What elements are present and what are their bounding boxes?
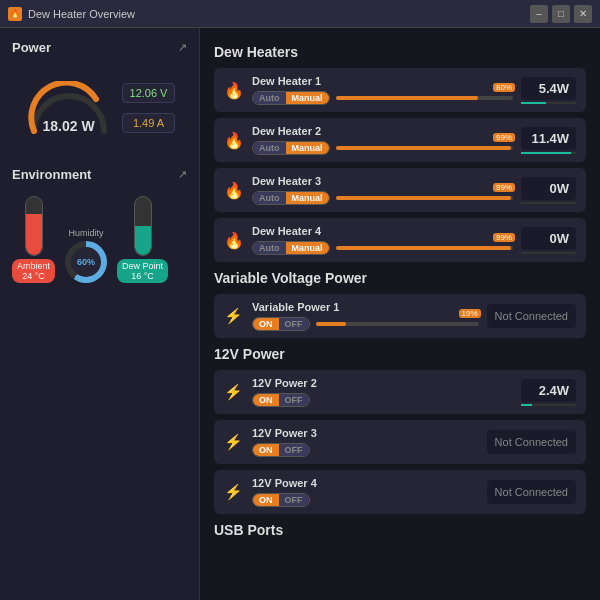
bolt-icon-12v2: ⚡: [224, 383, 244, 401]
dewpoint-fill: [135, 226, 151, 255]
bolt-icon-12v4: ⚡: [224, 483, 244, 501]
heater-name-3: Dew Heater 3: [252, 175, 513, 187]
dewpoint-tube: [134, 196, 152, 256]
heater-name-1: Dew Heater 1: [252, 75, 513, 87]
humidity-wrap: Humidity 60%: [65, 228, 107, 283]
heater-info-4: Dew Heater 4 Auto Manual 99%: [252, 225, 513, 255]
power-value-4: 0W: [521, 227, 576, 250]
flame-icon-2: 🔥: [224, 131, 244, 150]
12v-toggle-group-2: ON OFF: [252, 393, 310, 407]
auto-btn-3[interactable]: Auto: [253, 192, 286, 204]
minimize-button[interactable]: –: [530, 5, 548, 23]
slider-pct-2: 99%: [493, 133, 515, 142]
off-btn-12v3[interactable]: OFF: [279, 444, 309, 456]
env-title: Environment: [12, 167, 91, 182]
12v-power-name-4: 12V Power 4: [252, 477, 479, 489]
variable-voltage-title: Variable Voltage Power: [214, 270, 586, 286]
slider-track-1: [336, 96, 513, 100]
12v-power-name-3: 12V Power 3: [252, 427, 479, 439]
power-display-1: 5.4W: [521, 77, 576, 104]
flame-icon-4: 🔥: [224, 231, 244, 250]
12v-power-controls-4: ON OFF: [252, 493, 479, 507]
12v-power-bar-fill-2: [521, 404, 532, 406]
power-display-4: 0W: [521, 227, 576, 254]
dew-heaters-title: Dew Heaters: [214, 44, 586, 60]
heater-info-2: Dew Heater 2 Auto Manual 99%: [252, 125, 513, 155]
heater-name-2: Dew Heater 2: [252, 125, 513, 137]
humidity-label: Humidity: [69, 228, 104, 238]
gauge-arc: 18.02 W: [24, 81, 114, 136]
auto-btn-2[interactable]: Auto: [253, 142, 286, 154]
ambient-tube: [25, 196, 43, 256]
left-panel: Power ↗ 18.02 W 12.06 V 1.49 A: [0, 28, 200, 600]
12v-toggle-group-3: ON OFF: [252, 443, 310, 457]
toggle-group-1: Auto Manual: [252, 91, 330, 105]
12v-power-display-2: 2.4W: [521, 379, 576, 406]
slider-track-4: [336, 246, 513, 250]
titlebar-left: 🔥 Dew Heater Overview: [8, 7, 135, 21]
auto-btn-1[interactable]: Auto: [253, 92, 286, 104]
12v-power-controls-2: ON OFF: [252, 393, 513, 407]
off-btn-12v4[interactable]: OFF: [279, 494, 309, 506]
auto-btn-4[interactable]: Auto: [253, 242, 286, 254]
slider-fill-1: [336, 96, 478, 100]
power-value-2: 11.4W: [521, 127, 576, 150]
app-icon: 🔥: [8, 7, 22, 21]
on-btn-12v3[interactable]: ON: [253, 444, 279, 456]
var-slider-track-1: [316, 322, 479, 326]
12v-power-row-3: ⚡ 12V Power 3 ON OFF Not Connected: [214, 420, 586, 464]
power-bar-4: [521, 252, 576, 254]
power-display-2: 11.4W: [521, 127, 576, 154]
heater-controls-1: Auto Manual 80%: [252, 91, 513, 105]
heater-row-2: 🔥 Dew Heater 2 Auto Manual 99%: [214, 118, 586, 162]
heater-row-4: 🔥 Dew Heater 4 Auto Manual 99%: [214, 218, 586, 262]
off-btn-var1[interactable]: OFF: [279, 318, 309, 330]
power-bar-fill-2: [521, 152, 571, 154]
var-slider-fill-1: [316, 322, 347, 326]
ambient-fill: [26, 214, 42, 255]
12v-power-name-2: 12V Power 2: [252, 377, 513, 389]
flame-icon-3: 🔥: [224, 181, 244, 200]
toggle-group-2: Auto Manual: [252, 141, 330, 155]
manual-btn-1[interactable]: Manual: [286, 92, 329, 104]
12v-power-row-2: ⚡ 12V Power 2 ON OFF 2.4W: [214, 370, 586, 414]
var-slider-1[interactable]: 19%: [316, 317, 479, 331]
voltage-badge: 12.06 V: [122, 83, 176, 103]
power-value-1: 5.4W: [521, 77, 576, 100]
manual-btn-3[interactable]: Manual: [286, 192, 329, 204]
12v-power-value-2: 2.4W: [521, 379, 576, 402]
heater-controls-3: Auto Manual 99%: [252, 191, 513, 205]
slider-2[interactable]: 99%: [336, 141, 513, 155]
slider-1[interactable]: 80%: [336, 91, 513, 105]
humidity-circle: 60%: [65, 241, 107, 283]
slider-3[interactable]: 99%: [336, 191, 513, 205]
maximize-button[interactable]: □: [552, 5, 570, 23]
on-btn-var1[interactable]: ON: [253, 318, 279, 330]
bolt-icon-12v3: ⚡: [224, 433, 244, 451]
power-bar-2: [521, 152, 576, 154]
flame-icon-1: 🔥: [224, 81, 244, 100]
main-layout: Power ↗ 18.02 W 12.06 V 1.49 A: [0, 28, 600, 600]
power-value: 18.02 W: [42, 118, 94, 134]
humidity-value: 60%: [71, 247, 101, 277]
heater-info-3: Dew Heater 3 Auto Manual 99%: [252, 175, 513, 205]
titlebar-controls: – □ ✕: [530, 5, 592, 23]
on-btn-12v4[interactable]: ON: [253, 494, 279, 506]
manual-btn-2[interactable]: Manual: [286, 142, 329, 154]
close-button[interactable]: ✕: [574, 5, 592, 23]
power-12v-title: 12V Power: [214, 346, 586, 362]
power-external-link-icon[interactable]: ↗: [178, 41, 187, 54]
on-btn-12v2[interactable]: ON: [253, 394, 279, 406]
power-section: Power ↗ 18.02 W 12.06 V 1.49 A: [12, 40, 187, 153]
dewpoint-thermometer: Dew Point 16 °C: [117, 196, 168, 283]
slider-4[interactable]: 99%: [336, 241, 513, 255]
12v-power-row-4: ⚡ 12V Power 4 ON OFF Not Connected: [214, 470, 586, 514]
manual-btn-4[interactable]: Manual: [286, 242, 329, 254]
env-external-link-icon[interactable]: ↗: [178, 168, 187, 181]
toggle-group-3: Auto Manual: [252, 191, 330, 205]
var-slider-pct-1: 19%: [459, 309, 481, 318]
titlebar: 🔥 Dew Heater Overview – □ ✕: [0, 0, 600, 28]
12v-power-info-4: 12V Power 4 ON OFF: [252, 477, 479, 507]
off-btn-12v2[interactable]: OFF: [279, 394, 309, 406]
var-power-row-1: ⚡ Variable Power 1 ON OFF 19% Not: [214, 294, 586, 338]
